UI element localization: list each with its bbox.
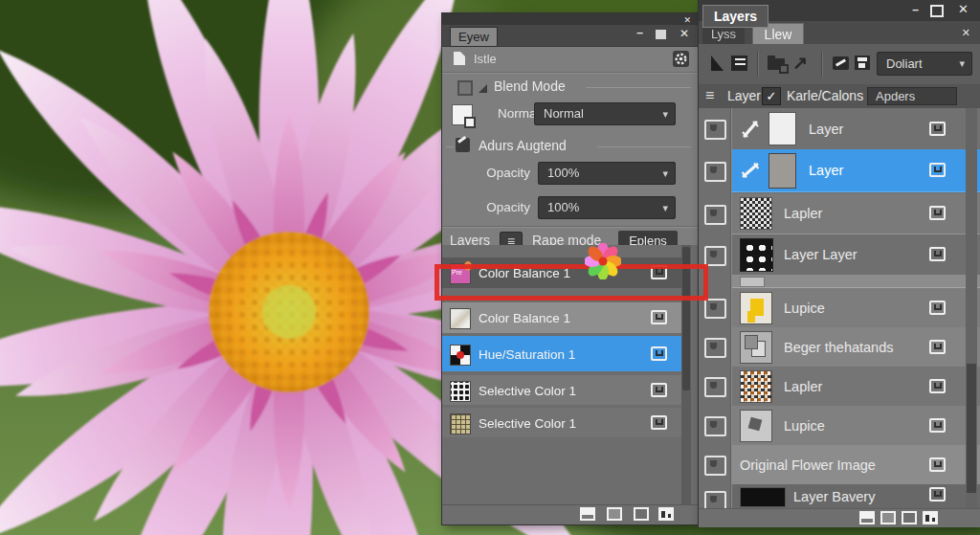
visibility-checkbox[interactable] <box>704 456 726 476</box>
new-layer-button[interactable] <box>859 511 875 524</box>
file-row[interactable]: Istle <box>442 47 699 72</box>
layer-name: Layer <box>809 122 843 137</box>
layer-thumbnail <box>450 345 471 366</box>
visibility-checkbox[interactable] <box>704 299 726 319</box>
mask-button[interactable] <box>634 507 649 521</box>
layer-badge-icon[interactable] <box>929 340 946 354</box>
blend-label: Normal <box>498 106 540 121</box>
minimize-icon[interactable]: – <box>912 4 919 15</box>
tab-lyss[interactable]: Lyss <box>702 25 745 44</box>
transform-icon[interactable] <box>833 56 849 70</box>
visibility-checkbox[interactable] <box>704 416 726 436</box>
save-icon[interactable] <box>855 56 870 70</box>
layer-badge-icon[interactable] <box>929 487 946 502</box>
section-rule <box>597 146 691 147</box>
tab-eyew[interactable]: Eyew <box>450 27 498 47</box>
layer-badge-icon[interactable] <box>929 206 946 220</box>
layer-thumbnail <box>740 238 773 272</box>
visibility-checkbox[interactable] <box>704 120 726 140</box>
layer-name: Layer Bavery <box>793 489 875 504</box>
layer-name: Color Balance 1 <box>479 311 570 325</box>
close-icon[interactable]: ✕ <box>958 4 969 15</box>
section-rule <box>446 146 454 147</box>
visibility-checkbox[interactable] <box>704 162 726 182</box>
blend-section-header[interactable]: Blend Mode <box>442 77 699 100</box>
layer-row[interactable]: Selective Color 1 <box>442 375 691 405</box>
filter-checkbox[interactable]: ✓ <box>762 87 781 105</box>
histogram-button[interactable] <box>923 511 938 524</box>
layers-panel: – ✕ Layers Lyss Llew ✕ ↗ Doliart ▾ ≡ Lay… <box>699 0 980 526</box>
new-layer-button[interactable] <box>580 507 595 521</box>
adjust-section-header[interactable]: Adurs Augtend <box>442 136 699 159</box>
layer-row[interactable]: Original Flower Image <box>732 445 980 485</box>
layer-row[interactable]: Lapler <box>732 193 980 234</box>
share-arrow-icon[interactable]: ↗ <box>792 52 808 74</box>
layer-row[interactable]: Color Balance 1 <box>442 302 691 333</box>
fill-layer-button[interactable] <box>607 507 622 521</box>
gear-icon[interactable] <box>673 51 689 67</box>
layer-row[interactable]: Layer Bavery <box>732 484 980 508</box>
blend-section-label: Blend Mode <box>494 78 566 94</box>
minimize-icon[interactable]: – <box>636 27 643 38</box>
layer-badge-icon[interactable] <box>929 418 946 433</box>
visibility-checkbox[interactable] <box>704 377 726 397</box>
toolbar-divider <box>757 52 759 77</box>
layer-row[interactable]: Layer <box>732 108 980 150</box>
adjust-panel-tabbar: Eyew – ✕ <box>442 25 699 47</box>
layer-badge-icon[interactable] <box>929 163 946 177</box>
layer-row-selected[interactable]: Hue/Saturation 1 <box>442 336 691 371</box>
layer-badge-icon[interactable] <box>929 301 946 315</box>
layer-thumbnail <box>450 308 471 329</box>
layer-row[interactable]: Lapler <box>732 367 980 407</box>
adjustment-icon <box>456 138 470 152</box>
layer-badge-icon[interactable] <box>651 346 667 361</box>
filter-field[interactable] <box>867 87 957 105</box>
layer-badge-icon[interactable] <box>651 415 667 430</box>
layer-row[interactable]: Lupice <box>732 288 980 328</box>
mask-button[interactable] <box>902 511 917 524</box>
layer-row[interactable]: Selective Color 1 <box>442 408 691 437</box>
layer-thumbnail <box>740 197 772 230</box>
section-checkbox[interactable] <box>457 80 473 96</box>
close-icon[interactable]: ✕ <box>962 27 970 38</box>
hamburger-icon[interactable]: ≡ <box>705 87 714 104</box>
histogram-button[interactable] <box>658 507 674 521</box>
layer-badge-icon[interactable] <box>651 310 667 324</box>
layer-thumbnail <box>740 487 786 507</box>
close-icon[interactable]: ✕ <box>679 28 689 39</box>
layer-thumbnail <box>768 153 796 189</box>
opacity-dropdown[interactable]: 100% ▾ <box>538 196 676 219</box>
sort-dropdown-value: Doliart <box>886 56 923 71</box>
collapse-triangle-icon[interactable] <box>479 84 487 93</box>
layer-badge-icon[interactable] <box>929 379 946 393</box>
visibility-checkbox[interactable] <box>704 205 726 225</box>
blend-mode-value: Normal <box>544 106 584 121</box>
layer-badge-icon[interactable] <box>929 122 946 136</box>
sort-dropdown[interactable]: Doliart ▾ <box>877 52 972 76</box>
fill-layer-button[interactable] <box>880 511 896 524</box>
layer-row-selected[interactable]: Layer <box>732 149 980 192</box>
layer-badge-icon[interactable] <box>929 457 946 472</box>
layer-badge-icon[interactable] <box>651 383 667 397</box>
layer-row[interactable]: Lupice <box>732 406 980 446</box>
layers-toolbar: ↗ Doliart ▾ <box>699 44 980 85</box>
layer-thumbnail <box>768 112 796 145</box>
list-view-icon[interactable] <box>731 56 747 71</box>
maximize-icon[interactable] <box>930 5 944 17</box>
layer-row[interactable]: Beger thehatands <box>732 327 980 368</box>
blend-mode-dropdown[interactable]: Normal ▾ <box>534 102 676 125</box>
scrollbar[interactable] <box>966 108 977 508</box>
scrollbar-thumb[interactable] <box>967 364 976 493</box>
chevron-down-icon: ▾ <box>662 162 668 185</box>
maximize-icon[interactable] <box>656 30 666 39</box>
visibility-checkbox[interactable] <box>704 338 726 358</box>
layer-row[interactable]: Layer Layer <box>732 234 980 276</box>
panel-title: Layers <box>702 5 768 28</box>
new-group-icon[interactable] <box>768 58 785 70</box>
layer-badge-icon[interactable] <box>929 247 946 261</box>
visibility-checkbox[interactable] <box>704 246 726 266</box>
opacity-dropdown[interactable]: 100% ▾ <box>538 162 676 185</box>
visibility-checkbox[interactable] <box>704 491 726 508</box>
move-tool-icon[interactable] <box>711 56 724 71</box>
layer-row-partial[interactable] <box>732 276 980 288</box>
